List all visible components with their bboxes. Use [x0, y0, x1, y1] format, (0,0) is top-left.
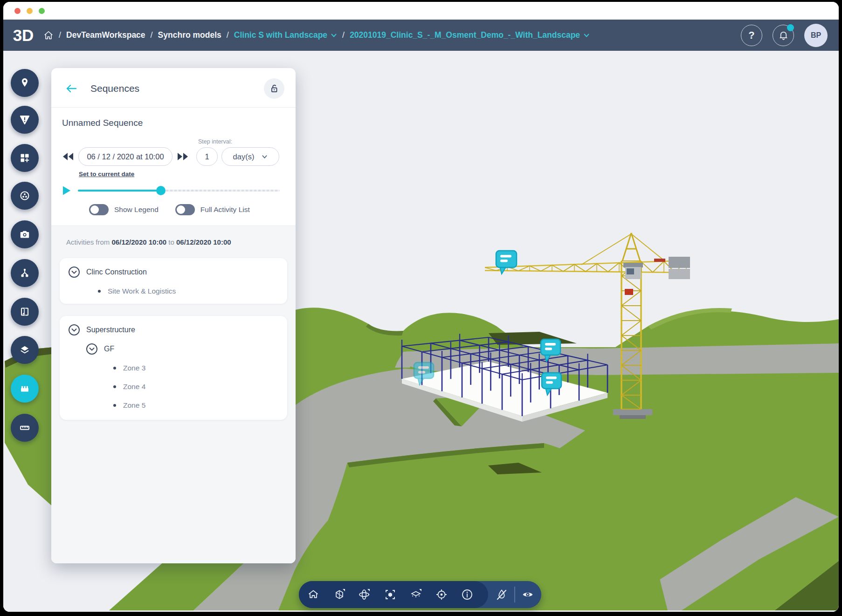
sidebar-item-location[interactable]: [11, 69, 39, 97]
subgroup-label: GF: [104, 345, 114, 353]
grid-plus-icon: [19, 152, 30, 164]
sidebar-item-sequences[interactable]: [11, 375, 39, 403]
bell-icon: [778, 30, 789, 41]
sidebar-item-layers[interactable]: [11, 336, 39, 364]
info-icon: [461, 588, 474, 601]
info-button[interactable]: [457, 584, 477, 605]
orbit-button[interactable]: [354, 584, 374, 605]
activities-range: Activities from 06/12/2020 10:00 to 06/1…: [66, 238, 287, 246]
breadcrumb-project-label: Clinic S with Landscape: [234, 30, 327, 40]
breadcrumb-separator: /: [151, 30, 153, 40]
chevron-down-icon: [331, 32, 337, 39]
play-icon: [62, 185, 71, 196]
help-button[interactable]: ?: [741, 25, 762, 46]
orbit-icon: [358, 588, 371, 601]
warning-icon: [19, 114, 30, 125]
window-titlebar: [3, 2, 839, 20]
home-icon[interactable]: [43, 30, 54, 41]
map-pin-icon: [19, 77, 30, 89]
notification-dot: [787, 24, 794, 31]
sidebar-item-media[interactable]: [11, 182, 39, 210]
zoom-fit-button[interactable]: [380, 584, 400, 605]
bullet-dot: [113, 367, 116, 370]
sidebar-item-measure[interactable]: [11, 414, 39, 442]
navbar-actions: ? BP: [741, 24, 828, 47]
sidebar-item-compare[interactable]: [11, 298, 39, 326]
collapse-group-button[interactable]: [68, 266, 80, 278]
camera-icon: [19, 229, 30, 240]
timeline-slider[interactable]: [78, 186, 280, 195]
step-value-input[interactable]: 1: [196, 147, 218, 166]
compare-pages-icon: [19, 306, 30, 317]
crane-counterweight: [669, 257, 690, 268]
date-input[interactable]: 06 / 12 / 2020 at 10:00: [78, 147, 173, 166]
shading-off-button[interactable]: [491, 584, 512, 605]
breadcrumb-models[interactable]: Synchro models: [158, 30, 221, 40]
breadcrumb-workspace[interactable]: DevTeamWorkspace: [66, 30, 145, 40]
locate-button[interactable]: [431, 584, 452, 605]
step-unit-value: day(s): [233, 152, 255, 161]
full-activity-list-toggle[interactable]: [175, 204, 195, 215]
breadcrumb-separator: /: [59, 30, 61, 40]
viewer-toolbar: [299, 581, 541, 608]
app-window: 3D / DevTeamWorkspace / Synchro models /…: [3, 2, 839, 612]
3d-viewport[interactable]: Sequences Unnamed Sequence 06 / 12 / 202…: [3, 51, 839, 612]
view-cube-button[interactable]: [329, 584, 350, 605]
sequence-icon: [19, 383, 30, 394]
step-interval-group: Step interval: 1 day(s): [196, 138, 279, 166]
step-back-button[interactable]: [62, 152, 74, 161]
slider-thumb[interactable]: [156, 186, 166, 195]
collapse-group-button[interactable]: [68, 324, 80, 336]
section-cube-icon: [333, 588, 346, 601]
collapse-subgroup-button[interactable]: [86, 343, 98, 355]
step-forward-button[interactable]: [177, 152, 189, 161]
traffic-light-close[interactable]: [14, 8, 21, 14]
back-button[interactable]: [65, 83, 77, 94]
chevron-circle-icon: [68, 324, 80, 336]
sequence-name: Unnamed Sequence: [62, 118, 282, 128]
activities-prefix: Activities from: [66, 238, 110, 246]
sequences-panel: Sequences Unnamed Sequence 06 / 12 / 202…: [51, 68, 296, 563]
home-view-button[interactable]: [303, 584, 324, 605]
breadcrumb-project[interactable]: Clinic S with Landscape: [234, 30, 337, 40]
sidebar-item-issues[interactable]: [11, 106, 39, 134]
sidebar-item-add-widget[interactable]: [11, 144, 39, 172]
breadcrumb-separator: /: [342, 30, 345, 40]
set-current-date-link[interactable]: Set to current date: [79, 171, 134, 178]
avatar[interactable]: BP: [804, 24, 828, 47]
sidebar-item-camera[interactable]: [11, 220, 39, 248]
workflow-icon: [19, 267, 30, 279]
visibility-button[interactable]: [518, 584, 538, 605]
activities-to-word: to: [168, 238, 174, 246]
traffic-light-zoom[interactable]: [39, 8, 45, 14]
date-controls: 06 / 12 / 2020 at 10:00 Step interval: 1…: [62, 138, 282, 166]
clip-plane-button[interactable]: [406, 584, 426, 605]
lock-button[interactable]: [264, 78, 284, 99]
help-icon: ?: [748, 29, 754, 41]
breadcrumb: / DevTeamWorkspace / Synchro models / Cl…: [43, 30, 741, 41]
droplet-off-icon: [495, 588, 508, 601]
panel-header: Sequences: [51, 68, 296, 107]
breadcrumb-model[interactable]: 20201019_Clinic_S_-_M_Osment_Demo_-_With…: [350, 30, 590, 40]
show-legend-toggle[interactable]: [89, 204, 109, 215]
slider-fill: [78, 190, 161, 192]
activity-group-card: Superstructure GF Zone 3 Zone 4: [60, 316, 287, 420]
media-wheel-icon: [19, 190, 30, 201]
chevron-down-icon: [583, 32, 590, 39]
group-label: Clinc Construction: [86, 268, 147, 276]
breadcrumb-separator: /: [227, 30, 229, 40]
arrow-left-icon: [65, 83, 77, 94]
activity-label: Zone 5: [123, 401, 145, 410]
traffic-light-minimize[interactable]: [27, 8, 33, 14]
activities-from-date: 06/12/2020 10:00: [112, 238, 167, 246]
layers-icon: [19, 344, 30, 356]
chevron-circle-icon: [68, 266, 80, 278]
activities-section: Activities from 06/12/2020 10:00 to 06/1…: [51, 226, 296, 563]
notifications-button[interactable]: [773, 25, 794, 46]
activity-label: Site Work & Logistics: [108, 287, 176, 295]
step-unit-select[interactable]: day(s): [221, 147, 279, 166]
sidebar-item-workflow[interactable]: [11, 259, 39, 287]
play-button[interactable]: [62, 185, 71, 196]
activity-group-card: Clinc Construction Site Work & Logistics: [60, 258, 287, 304]
bullet-dot: [98, 290, 101, 293]
